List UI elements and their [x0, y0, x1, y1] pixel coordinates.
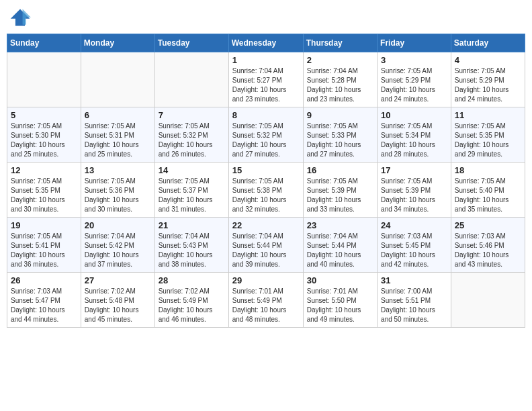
day-info: Sunrise: 7:03 AM Sunset: 5:47 PM Dayligh… [11, 287, 77, 324]
day-number: 7 [159, 110, 225, 120]
calendar-week-1: 1Sunrise: 7:04 AM Sunset: 5:27 PM Daylig… [7, 52, 525, 107]
days-header-row: SundayMondayTuesdayWednesdayThursdayFrid… [7, 34, 525, 52]
calendar-cell: 13Sunrise: 7:05 AM Sunset: 5:36 PM Dayli… [81, 163, 154, 218]
day-number: 23 [307, 220, 373, 230]
day-header-sunday: Sunday [7, 34, 81, 52]
calendar-cell: 25Sunrise: 7:03 AM Sunset: 5:46 PM Dayli… [451, 218, 525, 273]
calendar-cell: 15Sunrise: 7:05 AM Sunset: 5:38 PM Dayli… [228, 163, 303, 218]
calendar-cell: 21Sunrise: 7:04 AM Sunset: 5:43 PM Dayli… [154, 218, 228, 273]
day-number: 30 [307, 275, 373, 285]
calendar-cell: 6Sunrise: 7:05 AM Sunset: 5:31 PM Daylig… [81, 107, 154, 163]
day-info: Sunrise: 7:05 AM Sunset: 5:29 PM Dayligh… [455, 66, 521, 104]
day-info: Sunrise: 7:05 AM Sunset: 5:39 PM Dayligh… [381, 177, 447, 214]
page-header [7, 7, 525, 28]
calendar-cell: 19Sunrise: 7:05 AM Sunset: 5:41 PM Dayli… [7, 218, 81, 273]
day-number: 9 [307, 110, 373, 120]
day-number: 1 [232, 55, 300, 65]
logo [9, 7, 34, 28]
calendar-cell [451, 273, 525, 328]
calendar-cell: 24Sunrise: 7:03 AM Sunset: 5:45 PM Dayli… [378, 218, 451, 273]
calendar-cell: 31Sunrise: 7:00 AM Sunset: 5:51 PM Dayli… [378, 273, 451, 328]
calendar-cell [7, 52, 81, 107]
day-number: 14 [159, 165, 225, 175]
day-header-monday: Monday [81, 34, 154, 52]
day-number: 13 [85, 165, 151, 175]
day-number: 8 [232, 110, 300, 120]
calendar-cell: 7Sunrise: 7:05 AM Sunset: 5:32 PM Daylig… [154, 107, 228, 163]
day-info: Sunrise: 7:05 AM Sunset: 5:31 PM Dayligh… [85, 122, 151, 159]
calendar-cell: 16Sunrise: 7:05 AM Sunset: 5:39 PM Dayli… [303, 163, 377, 218]
calendar-cell: 14Sunrise: 7:05 AM Sunset: 5:37 PM Dayli… [154, 163, 228, 218]
day-info: Sunrise: 7:04 AM Sunset: 5:43 PM Dayligh… [159, 232, 225, 269]
day-info: Sunrise: 7:05 AM Sunset: 5:34 PM Dayligh… [381, 122, 447, 159]
day-number: 20 [85, 220, 151, 230]
calendar-week-5: 26Sunrise: 7:03 AM Sunset: 5:47 PM Dayli… [7, 273, 525, 328]
day-info: Sunrise: 7:01 AM Sunset: 5:50 PM Dayligh… [307, 287, 373, 324]
calendar-cell: 9Sunrise: 7:05 AM Sunset: 5:33 PM Daylig… [303, 107, 377, 163]
day-info: Sunrise: 7:05 AM Sunset: 5:35 PM Dayligh… [11, 177, 77, 214]
day-info: Sunrise: 7:05 AM Sunset: 5:33 PM Dayligh… [307, 122, 373, 159]
day-info: Sunrise: 7:05 AM Sunset: 5:29 PM Dayligh… [381, 66, 447, 104]
calendar-cell: 2Sunrise: 7:04 AM Sunset: 5:28 PM Daylig… [303, 52, 377, 107]
day-number: 17 [381, 165, 447, 175]
day-info: Sunrise: 7:05 AM Sunset: 5:35 PM Dayligh… [455, 122, 521, 159]
day-info: Sunrise: 7:04 AM Sunset: 5:44 PM Dayligh… [232, 232, 300, 269]
day-info: Sunrise: 7:02 AM Sunset: 5:48 PM Dayligh… [85, 287, 151, 324]
day-header-saturday: Saturday [451, 34, 525, 52]
calendar-cell: 30Sunrise: 7:01 AM Sunset: 5:50 PM Dayli… [303, 273, 377, 328]
calendar-cell: 20Sunrise: 7:04 AM Sunset: 5:42 PM Dayli… [81, 218, 154, 273]
day-number: 31 [381, 275, 447, 285]
day-info: Sunrise: 7:04 AM Sunset: 5:42 PM Dayligh… [85, 232, 151, 269]
day-number: 25 [455, 220, 521, 230]
day-info: Sunrise: 7:00 AM Sunset: 5:51 PM Dayligh… [381, 287, 447, 324]
day-number: 28 [159, 275, 225, 285]
calendar-cell: 28Sunrise: 7:02 AM Sunset: 5:49 PM Dayli… [154, 273, 228, 328]
day-info: Sunrise: 7:04 AM Sunset: 5:28 PM Dayligh… [307, 66, 373, 104]
day-number: 5 [11, 110, 77, 120]
calendar-week-3: 12Sunrise: 7:05 AM Sunset: 5:35 PM Dayli… [7, 163, 525, 218]
calendar-cell: 18Sunrise: 7:05 AM Sunset: 5:40 PM Dayli… [451, 163, 525, 218]
calendar-cell: 22Sunrise: 7:04 AM Sunset: 5:44 PM Dayli… [228, 218, 303, 273]
day-number: 11 [455, 110, 521, 120]
day-number: 19 [11, 220, 77, 230]
day-info: Sunrise: 7:03 AM Sunset: 5:46 PM Dayligh… [455, 232, 521, 269]
calendar-cell: 26Sunrise: 7:03 AM Sunset: 5:47 PM Dayli… [7, 273, 81, 328]
day-number: 6 [85, 110, 151, 120]
calendar-cell: 12Sunrise: 7:05 AM Sunset: 5:35 PM Dayli… [7, 163, 81, 218]
calendar-cell: 1Sunrise: 7:04 AM Sunset: 5:27 PM Daylig… [228, 52, 303, 107]
calendar-cell: 5Sunrise: 7:05 AM Sunset: 5:30 PM Daylig… [7, 107, 81, 163]
day-info: Sunrise: 7:05 AM Sunset: 5:38 PM Dayligh… [232, 177, 300, 214]
day-header-friday: Friday [378, 34, 451, 52]
day-number: 3 [381, 55, 447, 65]
calendar-week-4: 19Sunrise: 7:05 AM Sunset: 5:41 PM Dayli… [7, 218, 525, 273]
day-number: 21 [159, 220, 225, 230]
day-info: Sunrise: 7:05 AM Sunset: 5:30 PM Dayligh… [11, 122, 77, 159]
day-info: Sunrise: 7:03 AM Sunset: 5:45 PM Dayligh… [381, 232, 447, 269]
day-number: 18 [455, 165, 521, 175]
calendar-cell: 27Sunrise: 7:02 AM Sunset: 5:48 PM Dayli… [81, 273, 154, 328]
calendar-cell [154, 52, 228, 107]
calendar-cell: 17Sunrise: 7:05 AM Sunset: 5:39 PM Dayli… [378, 163, 451, 218]
day-header-wednesday: Wednesday [228, 34, 303, 52]
day-info: Sunrise: 7:05 AM Sunset: 5:32 PM Dayligh… [232, 122, 300, 159]
day-number: 4 [455, 55, 521, 65]
day-info: Sunrise: 7:05 AM Sunset: 5:37 PM Dayligh… [159, 177, 225, 214]
calendar-cell: 4Sunrise: 7:05 AM Sunset: 5:29 PM Daylig… [451, 52, 525, 107]
day-number: 22 [232, 220, 300, 230]
day-header-tuesday: Tuesday [154, 34, 228, 52]
day-number: 27 [85, 275, 151, 285]
day-info: Sunrise: 7:05 AM Sunset: 5:39 PM Dayligh… [307, 177, 373, 214]
logo-icon [9, 7, 31, 28]
calendar-cell [81, 52, 154, 107]
day-info: Sunrise: 7:05 AM Sunset: 5:41 PM Dayligh… [11, 232, 77, 269]
day-info: Sunrise: 7:01 AM Sunset: 5:49 PM Dayligh… [232, 287, 300, 324]
day-info: Sunrise: 7:04 AM Sunset: 5:44 PM Dayligh… [307, 232, 373, 269]
calendar-cell: 23Sunrise: 7:04 AM Sunset: 5:44 PM Dayli… [303, 218, 377, 273]
day-info: Sunrise: 7:04 AM Sunset: 5:27 PM Dayligh… [232, 66, 300, 104]
day-number: 29 [232, 275, 300, 285]
day-info: Sunrise: 7:05 AM Sunset: 5:36 PM Dayligh… [85, 177, 151, 214]
calendar-week-2: 5Sunrise: 7:05 AM Sunset: 5:30 PM Daylig… [7, 107, 525, 163]
day-number: 10 [381, 110, 447, 120]
day-number: 26 [11, 275, 77, 285]
calendar-cell: 3Sunrise: 7:05 AM Sunset: 5:29 PM Daylig… [378, 52, 451, 107]
